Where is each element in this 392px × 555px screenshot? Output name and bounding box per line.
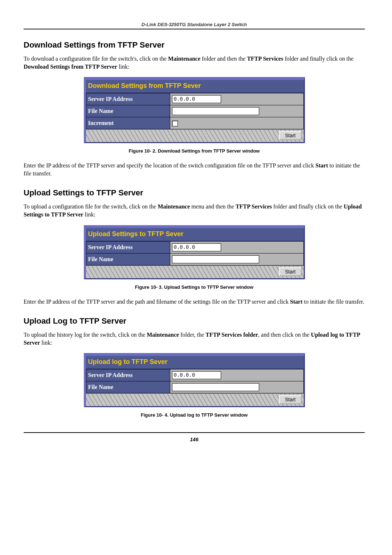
header-rule <box>24 29 365 29</box>
text: To upload the history log for the switch… <box>24 332 147 338</box>
paragraph-upload-log-intro: To upload the history log for the switch… <box>24 331 365 347</box>
figure-download-panel: Download Settings from TFTP Sever Server… <box>84 77 305 143</box>
file-name-input[interactable] <box>172 383 259 391</box>
text-bold: Maintenance <box>147 332 179 338</box>
text-bold: Maintenance <box>158 203 190 210</box>
start-button[interactable]: Start <box>279 131 302 140</box>
panel-title: Upload Settings to TFTP Sever <box>86 228 304 241</box>
paragraph-upload-settings-after: Enter the IP address of the TFTP server … <box>24 298 365 306</box>
text: To upload a configuration file for the s… <box>24 203 158 210</box>
server-ip-input[interactable] <box>172 371 221 379</box>
text: Enter the IP address of the TFTP server … <box>24 299 290 305</box>
server-ip-input[interactable] <box>172 95 221 103</box>
label-server-ip: Server IP Address <box>86 241 170 253</box>
server-ip-input[interactable] <box>172 243 221 251</box>
paragraph-download-intro: To download a configuration file for the… <box>24 55 365 70</box>
heading-upload-log: Upload Log to TFTP Server <box>24 316 365 326</box>
paragraph-upload-settings-intro: To upload a configuration file for the s… <box>24 203 365 218</box>
label-server-ip: Server IP Address <box>86 93 170 105</box>
panel-footer: Start <box>86 266 304 278</box>
heading-download-settings: Download Settings from TFTP Server <box>24 40 365 50</box>
text-bold: Start <box>315 162 328 169</box>
text-bold: Start <box>290 299 303 305</box>
field-server-ip <box>170 93 303 105</box>
panel-title: Download Settings from TFTP Sever <box>86 80 304 93</box>
text: Enter the IP address of the TFTP server … <box>24 162 315 169</box>
text-bold: Maintenance <box>168 56 200 62</box>
text-bold: Download Settings from TFTP Server <box>24 64 117 70</box>
field-file-name <box>170 253 303 265</box>
increment-checkbox[interactable] <box>172 121 178 126</box>
field-server-ip <box>170 241 303 253</box>
text: link: <box>40 340 52 346</box>
figure-caption-10-3: Figure 10- 3. Upload Settings to TFTP Se… <box>24 284 365 290</box>
text: menu and then the <box>190 203 236 210</box>
field-server-ip <box>170 369 303 381</box>
figure-caption-10-2: Figure 10- 2. Download Settings from TFT… <box>24 148 365 154</box>
field-increment <box>170 117 303 129</box>
text: folder, the <box>179 332 205 338</box>
field-file-name <box>170 105 303 117</box>
start-button[interactable]: Start <box>279 395 302 404</box>
file-name-input[interactable] <box>172 107 259 115</box>
footer-rule <box>24 432 365 433</box>
label-file-name: File Name <box>86 253 170 265</box>
figure-caption-10-4: Figure 10- 4. Upload log to TFTP Server … <box>24 412 365 418</box>
heading-upload-settings: Upload Settings to TFTP Server <box>24 188 365 198</box>
figure-upload-log-panel: Upload log to TFTP Sever Server IP Addre… <box>84 353 305 407</box>
label-increment: Increment <box>86 117 170 129</box>
text-bold: TFTP Services <box>247 56 283 62</box>
form-table: Server IP Address File Name <box>86 369 304 393</box>
text-bold: TFTP Services <box>236 203 272 210</box>
text: folder and finally click on the <box>283 56 354 62</box>
text: link: <box>83 211 95 218</box>
panel-footer: Start <box>86 129 304 142</box>
page-number: 146 <box>24 437 365 442</box>
paragraph-download-after: Enter the IP address of the TFTP server … <box>24 162 365 177</box>
running-header: D-Link DES-3250TG Standalone Layer 2 Swi… <box>24 22 365 29</box>
start-button[interactable]: Start <box>279 267 302 276</box>
text: folder and then the <box>200 56 247 62</box>
text: , and then click on the <box>258 332 311 338</box>
field-file-name <box>170 381 303 393</box>
panel-title: Upload log to TFTP Sever <box>86 356 304 369</box>
figure-upload-settings-panel: Upload Settings to TFTP Sever Server IP … <box>84 225 305 279</box>
label-file-name: File Name <box>86 105 170 117</box>
label-server-ip: Server IP Address <box>86 369 170 381</box>
text: To download a configuration file for the… <box>24 56 168 62</box>
label-file-name: File Name <box>86 381 170 393</box>
form-table: Server IP Address File Name Increment <box>86 93 304 129</box>
text-bold: TFTP Services folder <box>205 332 258 338</box>
text: link: <box>117 64 129 70</box>
panel-footer: Start <box>86 393 304 406</box>
text: folder and finally click on the <box>272 203 344 210</box>
form-table: Server IP Address File Name <box>86 241 304 266</box>
text: to initiate the file transfer. <box>303 299 364 305</box>
file-name-input[interactable] <box>172 255 259 263</box>
